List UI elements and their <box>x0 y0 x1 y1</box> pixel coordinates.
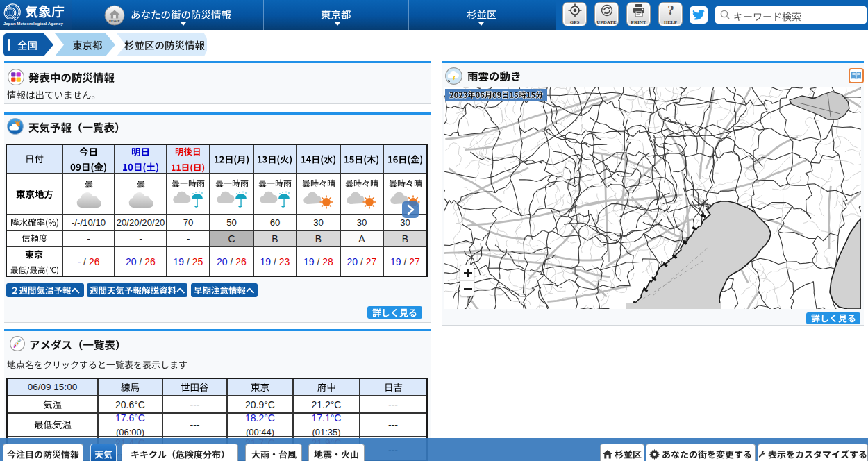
svg-text:HOME: HOME <box>109 19 120 22</box>
svg-text:?: ? <box>667 3 674 17</box>
